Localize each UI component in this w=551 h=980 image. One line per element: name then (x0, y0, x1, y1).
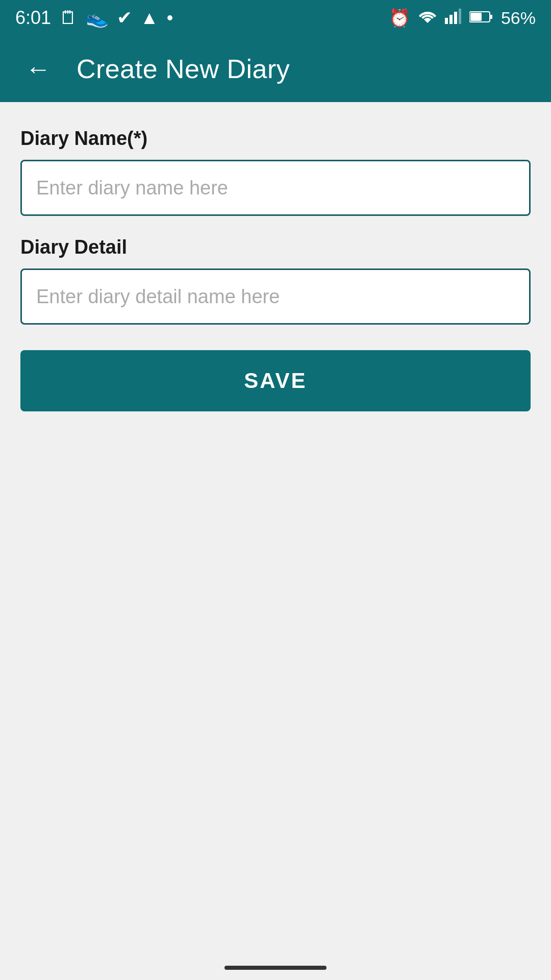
page-title: Create New Diary (77, 54, 290, 84)
diary-name-input[interactable] (20, 160, 531, 216)
battery-icon (469, 8, 493, 28)
diary-name-group: Diary Name(*) (20, 128, 531, 216)
run-icon: 👟 (86, 7, 109, 29)
status-right: ⏰ 56% (389, 8, 536, 28)
book-icon: 🗒 (59, 7, 78, 29)
back-arrow-icon: ← (26, 54, 51, 84)
signal-icon (445, 8, 461, 28)
svg-rect-3 (459, 9, 461, 24)
back-button[interactable]: ← (20, 49, 56, 89)
svg-rect-5 (490, 15, 492, 19)
check-icon: ✔ (117, 7, 132, 29)
home-indicator (224, 966, 327, 970)
navigation-icon: ▲ (140, 7, 159, 29)
save-button[interactable]: SAVE (20, 350, 531, 411)
app-bar: ← Create New Diary (0, 36, 551, 102)
diary-detail-group: Diary Detail (20, 236, 531, 325)
svg-rect-0 (445, 18, 448, 24)
wifi-icon (418, 8, 437, 28)
time-display: 6:01 (15, 7, 51, 29)
form-content: Diary Name(*) Diary Detail SAVE (0, 102, 551, 437)
svg-rect-1 (449, 15, 453, 24)
alarm-icon: ⏰ (389, 8, 410, 28)
status-bar: 6:01 🗒 👟 ✔ ▲ • ⏰ (0, 0, 551, 36)
svg-rect-2 (454, 12, 457, 24)
battery-percent: 56% (501, 8, 536, 28)
dot-icon: • (167, 7, 173, 29)
diary-name-label: Diary Name(*) (20, 128, 531, 150)
diary-detail-input[interactable] (20, 268, 531, 325)
status-left: 6:01 🗒 👟 ✔ ▲ • (15, 7, 173, 29)
diary-detail-label: Diary Detail (20, 236, 531, 258)
svg-rect-6 (470, 13, 482, 21)
